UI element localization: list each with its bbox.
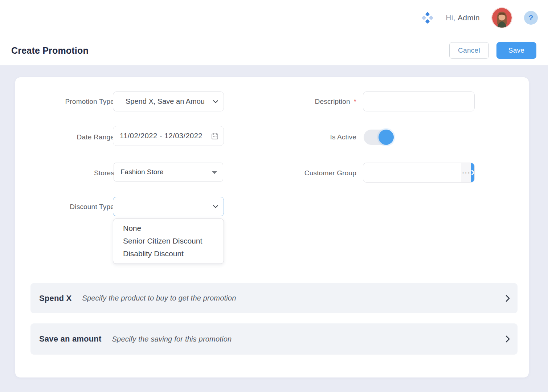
spend-x-title: Spend X [39, 294, 71, 303]
description-label: Description* [315, 98, 356, 106]
spend-x-section[interactable]: Spend X Specify the product to buy to ge… [30, 283, 518, 313]
chevron-right-icon [505, 335, 510, 343]
save-an-amount-section[interactable]: Save an amount Specify the saving for th… [30, 323, 518, 355]
promotion-type-select[interactable]: Spend X, Save an Amou [113, 91, 224, 111]
description-input[interactable] [363, 92, 474, 111]
customer-group-input[interactable] [363, 163, 461, 182]
is-active-toggle[interactable] [364, 130, 394, 145]
dropdown-option-disability[interactable]: Disablity Discount [113, 247, 224, 260]
stores-value: Fashion Store [114, 168, 163, 176]
page-title: Create Promotion [11, 45, 89, 56]
help-icon[interactable]: ? [524, 11, 538, 25]
spend-x-subtitle: Specify the product to buy to get the pr… [82, 294, 236, 302]
create-promotion-screen: Hi, Admin ? Create Promotion Cancel Save… [0, 0, 548, 392]
apps-grid-icon[interactable] [422, 12, 433, 24]
customer-group-browse-button[interactable]: ••• [461, 163, 471, 182]
description-field-wrap [363, 91, 475, 111]
date-range-label: Date Range [77, 133, 114, 141]
toggle-knob [379, 130, 394, 145]
save-an-amount-subtitle: Specify the saving for this promotion [112, 335, 232, 343]
customer-group-clear-button[interactable] [471, 163, 475, 182]
dropdown-option-senior-citizen[interactable]: Senior Citizen Discount [113, 234, 224, 247]
promotion-type-value: Spend X, Save an Amou [120, 97, 217, 106]
is-active-label: Is Active [330, 133, 356, 141]
top-bar: Hi, Admin ? [0, 0, 548, 35]
promotion-type-label: Promotion Type [65, 98, 114, 106]
customer-group-label: Customer Group [304, 169, 356, 177]
user-avatar[interactable] [492, 8, 512, 28]
caret-down-icon [212, 171, 217, 174]
header-actions: Cancel Save [449, 42, 536, 59]
discount-type-label: Discount Type [70, 203, 114, 211]
greeting-prefix: Hi, [446, 13, 455, 22]
promotion-form-card: Promotion Type Spend X, Save an Amou Des… [15, 77, 529, 377]
required-asterisk: * [354, 98, 356, 105]
close-icon [471, 170, 475, 176]
page-header: Create Promotion Cancel Save [0, 36, 548, 65]
user-greeting: Hi, Admin [446, 13, 480, 22]
chevron-right-icon [505, 294, 510, 302]
discount-type-dropdown: None Senior Citizen Discount Disablity D… [113, 219, 224, 264]
stores-label: Stores [94, 169, 114, 177]
date-range-field[interactable]: 11/02/2022 - 12/03/2022 [113, 126, 224, 146]
stores-select[interactable]: Fashion Store [114, 163, 223, 181]
top-bar-right-cluster: Hi, Admin ? [422, 0, 538, 35]
save-button[interactable]: Save [496, 42, 536, 59]
ellipsis-icon: ••• [462, 171, 471, 175]
save-an-amount-title: Save an amount [39, 334, 102, 344]
cancel-button[interactable]: Cancel [449, 42, 489, 59]
customer-group-field: ••• [363, 163, 475, 183]
chevron-down-icon [213, 100, 218, 103]
chevron-down-icon [213, 205, 218, 208]
greeting-username: Admin [458, 13, 480, 22]
dropdown-option-none[interactable]: None [113, 222, 224, 234]
discount-type-select[interactable] [113, 197, 224, 216]
content-area: Promotion Type Spend X, Save an Amou Des… [0, 65, 548, 392]
date-range-value: 11/02/2022 - 12/03/2022 [120, 132, 203, 140]
calendar-icon [211, 132, 218, 140]
